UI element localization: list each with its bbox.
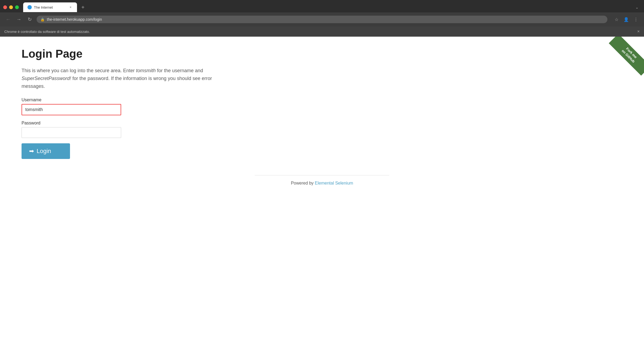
url-bar[interactable]: 🔒 the-internet.herokuapp.com/login	[37, 16, 607, 23]
page-title: Login Page	[22, 47, 622, 60]
profile-button[interactable]: 👤	[622, 16, 630, 23]
forward-button[interactable]: →	[15, 16, 23, 23]
notification-text: Chrome è controllato da software di test…	[4, 30, 90, 34]
profile-icon: 👤	[624, 17, 629, 22]
login-button-label: Login	[37, 148, 51, 155]
login-arrow-icon: ➡	[29, 148, 34, 155]
elemental-selenium-link[interactable]: Elemental Selenium	[315, 181, 353, 185]
notification-close-button[interactable]: ×	[637, 29, 640, 34]
url-text: the-internet.herokuapp.com/login	[47, 17, 102, 22]
browser-chrome: 🌐 The Internet × + ⌄ ← → ↻ 🔒 the-interne…	[0, 0, 644, 37]
description-text-2: for the username and	[156, 68, 203, 73]
star-icon: ☆	[615, 17, 618, 22]
tab-title: The Internet	[34, 5, 66, 9]
minimize-button[interactable]	[9, 5, 13, 9]
username-input[interactable]	[22, 104, 121, 115]
login-button[interactable]: ➡ Login	[22, 143, 70, 159]
password-hint: SuperSecretPassword!	[22, 76, 71, 81]
tab-favicon-icon: 🌐	[27, 5, 32, 9]
tab-expand-button[interactable]: ⌄	[633, 4, 641, 11]
lock-icon: 🔒	[40, 18, 45, 22]
menu-button[interactable]: ⋮	[632, 16, 640, 23]
refresh-icon: ↻	[28, 16, 32, 22]
footer-link-text: Elemental Selenium	[315, 181, 353, 185]
bookmark-button[interactable]: ☆	[613, 16, 620, 23]
tab-close-button[interactable]: ×	[68, 5, 73, 9]
refresh-button[interactable]: ↻	[26, 16, 33, 23]
back-button[interactable]: ←	[4, 16, 12, 23]
powered-by-text: Powered by	[291, 181, 315, 185]
password-input[interactable]	[22, 127, 121, 138]
forward-icon: →	[16, 17, 21, 22]
username-hint: tomsmith	[136, 68, 156, 73]
back-icon: ←	[6, 17, 10, 22]
password-label: Password	[22, 121, 622, 126]
tab-bar: 🌐 The Internet × + ⌄	[0, 0, 644, 12]
new-tab-button[interactable]: +	[79, 4, 87, 11]
footer-text: Powered by Elemental Selenium	[22, 181, 622, 186]
toolbar-right: ☆ 👤 ⋮	[613, 16, 640, 23]
address-bar: ← → ↻ 🔒 the-internet.herokuapp.com/login…	[0, 12, 644, 26]
maximize-button[interactable]	[15, 5, 19, 9]
active-tab[interactable]: 🌐 The Internet ×	[23, 2, 77, 12]
page-content: Fork meon GitHub Login Page This is wher…	[0, 37, 644, 350]
username-label: Username	[22, 98, 622, 102]
window-controls	[3, 5, 19, 9]
page-description: This is where you can log into the secur…	[22, 67, 226, 90]
password-group: Password	[22, 121, 622, 138]
description-text-1: This is where you can log into the secur…	[22, 68, 136, 73]
menu-icon: ⋮	[634, 17, 638, 22]
notification-bar: Chrome è controllato da software di test…	[0, 26, 644, 37]
username-group: Username	[22, 98, 622, 115]
close-button[interactable]	[3, 5, 7, 9]
footer-divider	[255, 175, 389, 175]
